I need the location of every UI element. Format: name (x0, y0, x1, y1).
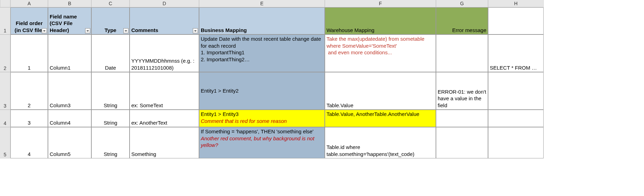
cell-C5[interactable]: String (91, 127, 130, 158)
cell-A2[interactable]: 1 (10, 34, 48, 72)
filter-dropdown-icon[interactable] (123, 28, 129, 33)
col-header-F[interactable]: F (325, 0, 436, 7)
filter-dropdown-icon[interactable] (42, 28, 47, 33)
cell-G2[interactable] (436, 34, 488, 72)
row-header-3[interactable]: 3 (0, 72, 10, 110)
cell-A3[interactable]: 2 (10, 72, 48, 110)
cell-value: Column3 (50, 102, 71, 109)
cell-C4[interactable]: String (91, 110, 130, 127)
cell-E3[interactable]: Entity1 > Entity2 (199, 72, 325, 110)
cell-value: String (104, 151, 117, 158)
cell-D3[interactable]: ex: SomeText (130, 72, 199, 110)
cell-E5[interactable]: If Something = 'happens', THEN 'somethin… (199, 127, 325, 158)
header-comments[interactable]: Comments (130, 7, 199, 34)
cell-value: Table.Value, AnotherTable.AnotherValue (327, 111, 419, 118)
cell-note: Another red comment, but why background … (201, 135, 323, 149)
header-field-order[interactable]: Field order (in CSV file) (10, 7, 48, 34)
spreadsheet-grid[interactable]: A B C D E F G H 1 Field order (in CSV fi… (0, 0, 644, 158)
cell-value: Take the max(updatedate) from sometable … (327, 36, 434, 56)
cell-H3[interactable] (488, 72, 544, 110)
cell-G4[interactable] (436, 110, 488, 127)
header-label: Type (105, 27, 116, 34)
row-header-4[interactable]: 4 (0, 110, 10, 127)
cell-value: Column4 (50, 119, 71, 126)
cell-G5[interactable] (436, 127, 488, 158)
cell-E2[interactable]: Update Date with the most recent table c… (199, 34, 325, 72)
cell-value: 3 (28, 119, 31, 126)
col-header-H[interactable]: H (488, 0, 544, 7)
cell-G3[interactable]: ERROR-01: we don't have a value in the f… (436, 72, 488, 110)
header-business-mapping[interactable]: Business Mapping (199, 7, 325, 34)
col-header-D[interactable]: D (130, 0, 199, 7)
header-warehouse-mapping[interactable]: Warehouse Mapping (325, 7, 436, 34)
cell-value: ERROR-01: we don't have a value in the f… (438, 88, 486, 109)
cell-D2[interactable]: YYYYMMDDhhmnss (e.g. : 20181112101008) (130, 34, 199, 72)
row-header-5[interactable]: 5 (0, 127, 10, 158)
header-field-name[interactable]: Field name (CSV File Header) (48, 7, 91, 34)
cell-value: Table.id where table.something='happens'… (327, 144, 434, 157)
header-error-message[interactable]: Error message (436, 7, 488, 34)
filter-dropdown-icon[interactable] (85, 28, 90, 33)
cell-F3[interactable]: Table.Value (325, 72, 436, 110)
cell-value: Column1 (50, 64, 71, 71)
row-header-2[interactable]: 2 (0, 34, 10, 72)
header-label: Field order (in CSV file) (12, 20, 46, 33)
select-all-corner[interactable] (0, 0, 10, 7)
cell-value: Entity1 > Entity3 (201, 111, 239, 118)
filter-dropdown-icon[interactable] (193, 28, 198, 33)
cell-F4[interactable]: Table.Value, AnotherTable.AnotherValue (325, 110, 436, 127)
cell-H4[interactable] (488, 110, 544, 127)
cell-value: Update Date with the most recent table c… (201, 36, 323, 63)
cell-value: Date (105, 64, 116, 71)
cell-D4[interactable]: ex: AnotherText (130, 110, 199, 127)
cell-value: String (104, 119, 117, 126)
cell-E4[interactable]: Entity1 > Entity3 Comment that is red fo… (199, 110, 325, 127)
cell-C2[interactable]: Date (91, 34, 130, 72)
cell-value: String (104, 102, 117, 109)
cell-value: 4 (28, 151, 31, 158)
header-empty-H[interactable] (488, 7, 544, 34)
cell-value: YYYYMMDDhhmnss (e.g. : 20181112101008) (131, 57, 197, 71)
cell-value: 2 (28, 102, 31, 109)
cell-A4[interactable]: 3 (10, 110, 48, 127)
cell-value: If Something = 'happens', THEN 'somethin… (201, 128, 313, 135)
header-label: Field name (CSV File Header) (50, 13, 90, 34)
col-header-A[interactable]: A (10, 0, 48, 7)
col-header-E[interactable]: E (199, 0, 325, 7)
col-header-B[interactable]: B (48, 0, 91, 7)
cell-note: Comment that is red for some reason (201, 118, 287, 125)
cell-value: ex: SomeText (131, 102, 163, 109)
header-label: Warehouse Mapping (327, 27, 374, 34)
cell-H2[interactable]: SELECT * FROM … (488, 34, 544, 72)
cell-F2[interactable]: Take the max(updatedate) from sometable … (325, 34, 436, 72)
cell-F5[interactable]: Table.id where table.something='happens'… (325, 127, 436, 158)
cell-B5[interactable]: Column5 (48, 127, 91, 158)
cell-A5[interactable]: 4 (10, 127, 48, 158)
header-label: Comments (131, 27, 158, 34)
cell-value: Table.Value (327, 102, 353, 109)
row-header-1[interactable]: 1 (0, 7, 10, 34)
cell-B4[interactable]: Column4 (48, 110, 91, 127)
header-type[interactable]: Type (91, 7, 130, 34)
cell-value: ex: AnotherText (131, 119, 167, 126)
header-label: Business Mapping (201, 27, 247, 34)
cell-value: Column5 (50, 151, 71, 158)
cell-B2[interactable]: Column1 (48, 34, 91, 72)
col-header-G[interactable]: G (436, 0, 488, 7)
cell-H5[interactable] (488, 127, 544, 158)
cell-value: Something (131, 151, 156, 158)
cell-value: Entity1 > Entity2 (201, 87, 239, 94)
cell-B3[interactable]: Column3 (48, 72, 91, 110)
header-label: Error message (452, 27, 486, 34)
col-header-C[interactable]: C (91, 0, 130, 7)
cell-C3[interactable]: String (91, 72, 130, 110)
cell-D5[interactable]: Something (130, 127, 199, 158)
cell-value: SELECT * FROM … (490, 64, 537, 71)
cell-value: 1 (28, 64, 31, 71)
